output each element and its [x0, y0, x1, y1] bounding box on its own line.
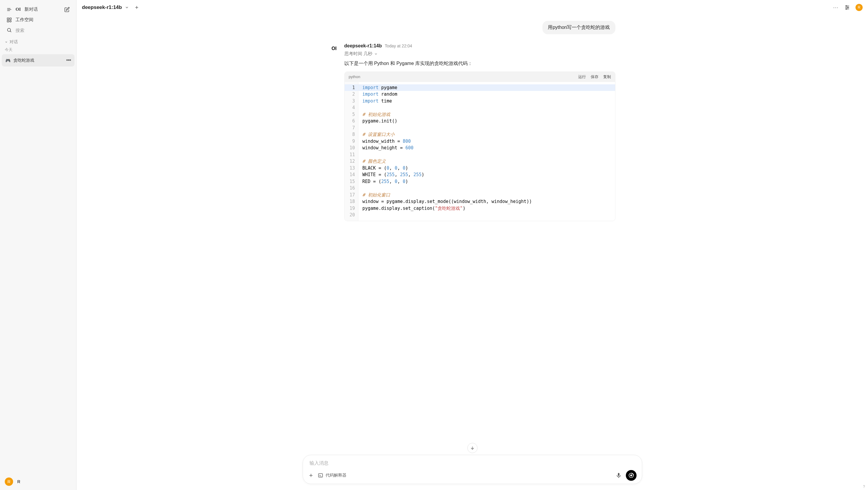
- search-icon: [6, 27, 12, 33]
- sidebar: OI 新对话 工作空间: [0, 0, 76, 490]
- svg-point-12: [846, 5, 847, 6]
- conversation-item-active[interactable]: 🎮 贪吃蛇游戏 •••: [2, 54, 74, 66]
- more-icon[interactable]: ···: [833, 4, 839, 10]
- conversations-label: 对话: [9, 39, 18, 45]
- model-selector[interactable]: deepseek-r1:14b: [82, 4, 122, 10]
- header-user-avatar[interactable]: R: [856, 4, 863, 11]
- message-input[interactable]: [308, 458, 637, 468]
- svg-rect-20: [318, 473, 322, 477]
- code-interpreter-button[interactable]: 代码解释器: [318, 473, 346, 478]
- svg-point-14: [847, 7, 848, 8]
- workspace-icon: [6, 17, 12, 23]
- thinking-label: 思考时间 几秒: [344, 51, 372, 57]
- sidebar-footer[interactable]: R R: [0, 473, 76, 490]
- brand-icon: OI: [16, 7, 21, 12]
- chevron-down-icon[interactable]: [125, 5, 129, 9]
- sidebar-search-row[interactable]: [4, 25, 73, 35]
- conversations-section-header[interactable]: 对话: [0, 37, 76, 46]
- code-block: python 运行 保存 复制 123456789101112131415161…: [344, 71, 615, 221]
- sidebar-new-chat-row: OI 新对话: [4, 4, 73, 15]
- chevron-down-icon: [374, 52, 378, 56]
- assistant-avatar-icon: OI: [330, 44, 339, 53]
- settings-icon[interactable]: [844, 4, 850, 10]
- svg-rect-3: [7, 18, 9, 19]
- new-chat-label[interactable]: 新对话: [24, 6, 38, 12]
- app-root: OI 新对话 工作空间: [0, 0, 868, 490]
- help-button[interactable]: ?: [863, 485, 865, 489]
- code-run-button[interactable]: 运行: [578, 74, 586, 80]
- main-header: deepseek-r1:14b ··· R: [76, 0, 868, 15]
- menu-icon[interactable]: [6, 7, 12, 12]
- message-timestamp: Today at 22:04: [385, 44, 412, 48]
- send-button[interactable]: [626, 470, 637, 481]
- conversation-title: 贪吃蛇游戏: [13, 58, 34, 63]
- chat-scroll-area[interactable]: 用python写一个贪吃蛇的游戏 OI deepseek-r1:14b Toda…: [76, 15, 868, 455]
- main-area: deepseek-r1:14b ··· R 用pyt: [76, 0, 868, 490]
- code-content: import pygameimport randomimport time # …: [358, 82, 615, 221]
- input-bar: 代码解释器: [76, 455, 868, 490]
- edit-icon[interactable]: [64, 7, 70, 12]
- input-box: 代码解释器: [303, 455, 642, 484]
- svg-point-24: [630, 475, 632, 476]
- add-attachment-button[interactable]: [308, 473, 314, 478]
- svg-point-7: [7, 28, 11, 32]
- code-copy-button[interactable]: 复制: [603, 74, 611, 80]
- today-label: 今天: [0, 46, 76, 54]
- code-save-button[interactable]: 保存: [591, 74, 598, 80]
- voice-input-button[interactable]: [616, 472, 622, 479]
- sidebar-workspace-row[interactable]: 工作空间: [4, 15, 73, 25]
- user-avatar: R: [5, 478, 13, 486]
- chevron-down-icon: [5, 40, 8, 44]
- assistant-intro-text: 以下是一个用 Python 和 Pygame 库实现的贪吃蛇游戏代码：: [344, 60, 615, 67]
- user-name: R: [17, 479, 20, 484]
- terminal-icon: [318, 473, 323, 478]
- gamepad-icon: 🎮: [5, 58, 10, 63]
- scroll-to-bottom-button[interactable]: [467, 443, 477, 453]
- thinking-toggle[interactable]: 思考时间 几秒: [344, 51, 615, 57]
- workspace-label: 工作空间: [16, 17, 33, 23]
- assistant-name-label: deepseek-r1:14b: [344, 43, 382, 49]
- code-gutter: 1234567891011121314151617181920: [345, 82, 358, 221]
- svg-line-8: [10, 31, 11, 32]
- svg-point-16: [846, 8, 847, 9]
- search-input[interactable]: [16, 28, 72, 33]
- svg-rect-4: [10, 18, 11, 19]
- svg-rect-5: [7, 20, 9, 22]
- user-message-bubble: 用python写一个贪吃蛇的游戏: [542, 21, 615, 34]
- add-tab-icon[interactable]: [134, 4, 140, 10]
- code-language-label: python: [349, 75, 361, 79]
- code-body[interactable]: 1234567891011121314151617181920 import p…: [345, 82, 615, 221]
- svg-point-6: [10, 20, 11, 22]
- conversation-menu-icon[interactable]: •••: [66, 57, 71, 63]
- assistant-message: OI deepseek-r1:14b Today at 22:04 思考时间 几…: [330, 43, 615, 221]
- code-interpreter-label: 代码解释器: [326, 473, 346, 478]
- user-message: 用python写一个贪吃蛇的游戏: [330, 21, 615, 34]
